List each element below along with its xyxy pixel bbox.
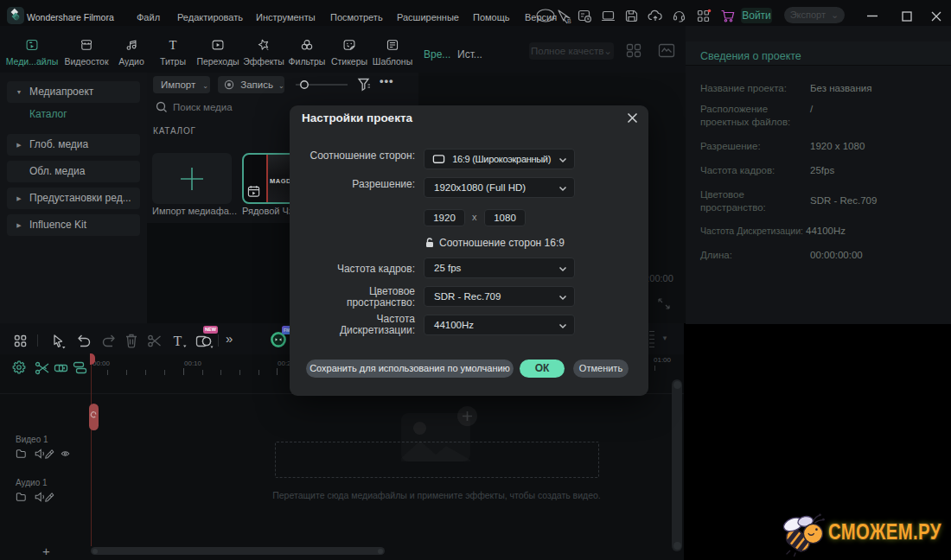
svg-text:T: T	[169, 38, 177, 52]
svg-text:T: T	[174, 334, 182, 348]
svg-text:B: B	[567, 18, 571, 24]
